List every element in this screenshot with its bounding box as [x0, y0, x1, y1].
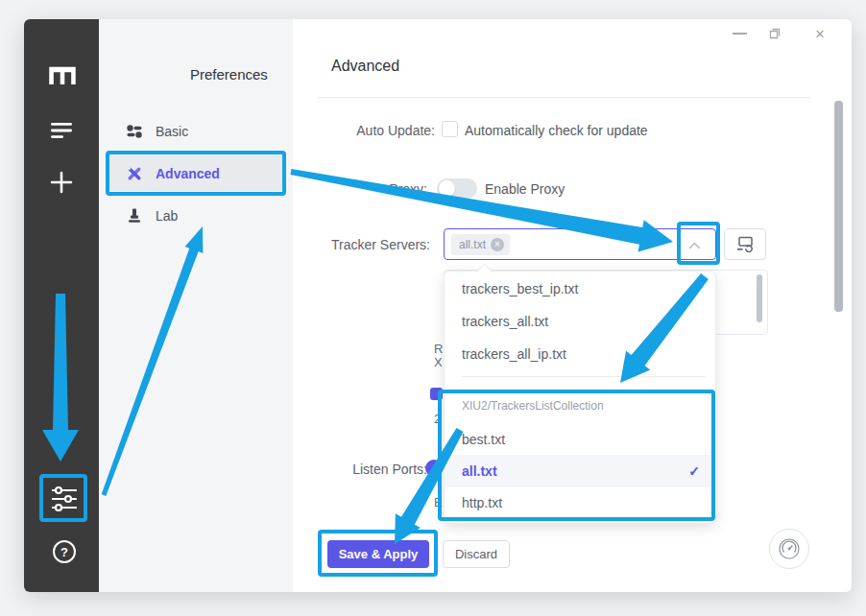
hidden-text-fragment: X — [434, 355, 443, 369]
dropdown-option-selected[interactable]: all.txt ✓ — [445, 455, 715, 487]
auto-update-checkbox-label: Automatically check for update — [465, 123, 648, 138]
sync-trackers-icon — [736, 236, 755, 252]
discard-button[interactable]: Discard — [443, 540, 510, 568]
selected-tag-label: all.txt — [459, 238, 486, 251]
dropdown-option[interactable]: http.txt — [445, 486, 715, 519]
sidebar-item-lab[interactable]: Lab — [108, 198, 284, 233]
selected-tag[interactable]: all.txt × — [451, 234, 510, 255]
sidebar-item-label: Lab — [156, 208, 178, 224]
speedometer-icon — [778, 537, 801, 560]
proxy-label: Proxy: — [293, 181, 427, 197]
auto-update-checkbox[interactable] — [442, 121, 458, 137]
hidden-toggle-fragment[interactable] — [425, 460, 443, 477]
tracker-select-dropdown: trackers_best_ip.txt trackers_all.txt tr… — [444, 271, 716, 524]
add-task-icon[interactable] — [50, 171, 73, 194]
auto-update-label: Auto Update: — [293, 123, 435, 138]
listen-ports-label: Listen Ports: — [293, 462, 427, 477]
preferences-icon[interactable] — [52, 486, 77, 511]
save-apply-button[interactable]: Save & Apply — [327, 540, 429, 568]
tracker-servers-select[interactable]: all.txt × — [444, 228, 716, 260]
minimize-button[interactable] — [732, 26, 747, 41]
hidden-text-fragment: E — [434, 495, 443, 509]
sidebar-item-label: Advanced — [156, 166, 220, 181]
chevron-up-icon[interactable] — [688, 242, 701, 249]
app-sidebar: ? — [24, 19, 99, 592]
page-title: Advanced — [331, 58, 399, 75]
main-scrollbar[interactable] — [834, 101, 843, 312]
hidden-text-fragment: 2 — [434, 412, 441, 426]
dropdown-option[interactable]: trackers_all_ip.txt — [445, 338, 715, 370]
speed-limit-button[interactable] — [769, 529, 809, 569]
textarea-scrollbar[interactable] — [757, 274, 762, 322]
motrix-logo-icon — [48, 63, 77, 84]
screenshot-root: ? Preferences Basic Advanced — [0, 0, 866, 616]
basic-toggles-icon — [126, 123, 143, 140]
close-button[interactable]: ✕ — [812, 26, 828, 41]
dropdown-divider — [462, 376, 706, 377]
sync-trackers-button[interactable] — [724, 228, 766, 260]
restore-button[interactable] — [767, 26, 782, 41]
dropdown-option[interactable]: trackers_best_ip.txt — [445, 272, 715, 305]
help-icon[interactable]: ? — [53, 540, 76, 563]
lab-stamp-icon — [126, 207, 143, 225]
close-icon: ✕ — [815, 27, 826, 41]
hidden-text-fragment: R — [434, 342, 443, 356]
tag-close-icon[interactable]: × — [491, 238, 504, 251]
advanced-tools-icon — [126, 165, 143, 182]
dropdown-option[interactable]: trackers_all.txt — [445, 305, 715, 338]
task-list-icon[interactable] — [51, 121, 72, 140]
sidebar-item-advanced[interactable]: Advanced — [108, 155, 284, 191]
minimize-icon — [733, 33, 747, 35]
app-window: ? Preferences Basic Advanced — [24, 19, 852, 592]
toggle-knob — [439, 180, 455, 197]
selected-option-label: all.txt — [462, 463, 497, 479]
preferences-panel: Preferences — [99, 19, 293, 592]
dropdown-option[interactable]: best.txt — [445, 423, 715, 456]
sidebar-item-label: Basic — [156, 124, 188, 139]
preferences-title: Preferences — [190, 66, 268, 83]
proxy-toggle[interactable] — [437, 178, 477, 199]
proxy-toggle-label: Enable Proxy — [485, 181, 565, 197]
dropdown-group-label: XIU2/TrackersListCollection — [445, 392, 715, 419]
help-glyph: ? — [60, 545, 68, 559]
restore-icon — [767, 26, 782, 41]
tracker-servers-label: Tracker Servers: — [293, 237, 430, 252]
sidebar-item-basic[interactable]: Basic — [108, 113, 284, 149]
title-divider — [317, 97, 810, 98]
hidden-checkbox-fragment[interactable] — [430, 388, 443, 400]
check-icon: ✓ — [688, 455, 700, 487]
